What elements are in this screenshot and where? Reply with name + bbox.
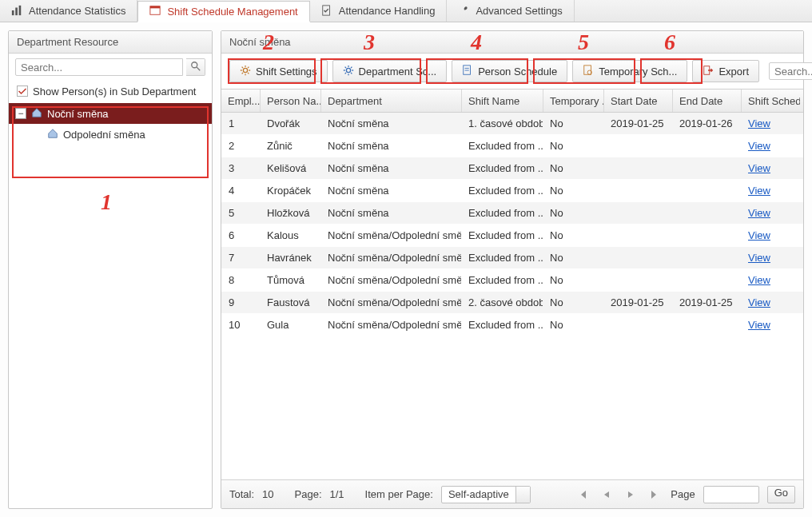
table-row[interactable]: 4KropáčekNoční směnaExcluded from ...NoV…	[221, 180, 803, 202]
cell-department: Noční směna	[320, 202, 461, 224]
shift-settings-button[interactable]: Shift Settings	[229, 60, 328, 82]
view-link[interactable]: View	[748, 274, 770, 286]
cell-end-date	[672, 314, 741, 336]
tab-label: Advanced Settings	[476, 5, 562, 17]
collapse-icon[interactable]: −	[15, 108, 26, 119]
cell-shift-name: Excluded from ...	[461, 225, 543, 246]
export-button[interactable]: Export	[692, 60, 759, 82]
view-link[interactable]: View	[748, 229, 770, 241]
schedule-search-input[interactable]	[769, 62, 812, 80]
col-person-name[interactable]: Person Na...	[260, 89, 320, 112]
cell-end-date	[672, 269, 741, 291]
page-number-input[interactable]	[703, 486, 759, 503]
col-start-date[interactable]: Start Date	[603, 89, 672, 112]
cell-view: View	[741, 202, 800, 224]
cell-department: Noční směna	[320, 135, 461, 157]
items-per-page-select[interactable]: Self-adaptive	[441, 486, 531, 503]
select-value: Self-adaptive	[442, 488, 515, 500]
grid-footer: Total: 10 Page: 1/1 Item per Page: Self-…	[221, 479, 803, 508]
tree-root-node[interactable]: − Noční směna	[9, 103, 212, 124]
next-page-button[interactable]	[623, 487, 639, 503]
view-link[interactable]: View	[748, 252, 770, 264]
table-row[interactable]: 5HložkováNoční směnaExcluded from ...NoV…	[221, 202, 803, 225]
cell-temporary: No	[543, 314, 603, 336]
col-temporary[interactable]: Temporary ...	[543, 89, 603, 112]
view-link[interactable]: View	[748, 185, 770, 197]
view-link[interactable]: View	[748, 319, 770, 331]
cell-employee: 3	[221, 157, 260, 179]
cell-person-name: Zůnič	[260, 135, 320, 157]
page-word: Page	[671, 488, 695, 500]
tab-attendance-statistics[interactable]: Attendance Statistics	[0, 0, 137, 22]
cell-end-date: 2019-01-26	[672, 113, 741, 134]
cell-employee: 10	[221, 314, 260, 336]
cell-employee: 4	[221, 180, 260, 201]
first-page-button[interactable]	[575, 487, 591, 503]
total-label: Total:	[229, 488, 254, 500]
view-link[interactable]: View	[748, 117, 770, 129]
table-row[interactable]: 7HavránekNoční směna/Odpolední směnaExcl…	[221, 247, 803, 269]
cell-employee: 6	[221, 225, 260, 246]
tab-attendance-handling[interactable]: Attendance Handling	[310, 0, 448, 22]
tree-child-label: Odpolední směna	[63, 129, 145, 141]
left-panel-title: Department Resource	[9, 31, 212, 54]
total-value: 10	[262, 488, 273, 500]
go-button[interactable]: Go	[767, 486, 795, 503]
show-sub-checkbox[interactable]	[17, 86, 28, 97]
btn-label: Person Schedule	[478, 66, 557, 78]
svg-line-7	[196, 66, 199, 70]
cell-start-date	[603, 247, 672, 268]
right-panel-title: Noční směna	[221, 31, 803, 54]
export-icon	[703, 65, 714, 78]
grid-body[interactable]: 1DvořákNoční směna1. časové obdobíNo2019…	[221, 113, 803, 479]
cell-view: View	[741, 269, 800, 291]
cell-employee: 1	[221, 113, 260, 134]
prev-page-button[interactable]	[599, 487, 615, 503]
table-row[interactable]: 8TůmováNoční směna/Odpolední směnaExclud…	[221, 269, 803, 292]
temporary-schedule-button[interactable]: Temporary Sch...	[572, 60, 687, 82]
table-row[interactable]: 9FaustováNoční směna/Odpolední směna2. č…	[221, 292, 803, 314]
tree-child-node[interactable]: Odpolední směna	[9, 124, 212, 145]
view-link[interactable]: View	[748, 296, 770, 308]
col-shift-name[interactable]: Shift Name	[461, 89, 543, 112]
department-resource-panel: Department Resource Show Person(s) in Su…	[8, 30, 213, 509]
table-row[interactable]: 3KelišováNoční směnaExcluded from ...NoV…	[221, 157, 803, 180]
svg-rect-2	[19, 5, 22, 14]
cell-temporary: No	[543, 135, 603, 157]
cell-department: Noční směna/Odpolední směna	[320, 292, 461, 313]
col-shift-schedule[interactable]: Shift Sched...	[741, 89, 800, 112]
col-end-date[interactable]: End Date	[672, 89, 741, 112]
cell-employee: 9	[221, 292, 260, 313]
cell-view: View	[741, 225, 800, 246]
grid-header: Empl... Person Na... Department Shift Na…	[221, 89, 803, 113]
view-link[interactable]: View	[748, 207, 770, 219]
cell-view: View	[741, 180, 800, 201]
col-department[interactable]: Department	[320, 89, 461, 112]
department-search-button[interactable]	[186, 58, 205, 76]
cell-department: Noční směna	[320, 157, 461, 179]
cell-view: View	[741, 157, 800, 179]
view-link[interactable]: View	[748, 162, 770, 174]
cell-department: Noční směna/Odpolední směna	[320, 314, 461, 336]
view-link[interactable]: View	[748, 140, 770, 152]
cell-department: Noční směna	[320, 180, 461, 201]
department-schedule-button[interactable]: Department Sc...	[332, 60, 448, 82]
table-row[interactable]: 2ZůničNoční směnaExcluded from ...NoView	[221, 135, 803, 157]
document-icon	[462, 65, 473, 78]
table-row[interactable]: 10GulaNoční směna/Odpolední směnaExclude…	[221, 314, 803, 336]
department-search-input[interactable]	[15, 58, 183, 76]
cell-department: Noční směna/Odpolední směna	[320, 225, 461, 246]
table-row[interactable]: 6KalousNoční směna/Odpolední směnaExclud…	[221, 225, 803, 247]
cell-temporary: No	[543, 180, 603, 201]
table-row[interactable]: 1DvořákNoční směna1. časové obdobíNo2019…	[221, 113, 803, 135]
person-schedule-button[interactable]: Person Schedule	[452, 60, 567, 82]
svg-point-8	[243, 68, 247, 72]
last-page-button[interactable]	[647, 487, 663, 503]
cell-person-name: Kalous	[260, 225, 320, 246]
cell-end-date	[672, 135, 741, 157]
tab-advanced-settings[interactable]: Advanced Settings	[447, 0, 574, 22]
gear-icon	[343, 65, 354, 78]
col-employee[interactable]: Empl...	[221, 89, 260, 112]
cell-temporary: No	[543, 269, 603, 291]
tab-shift-schedule[interactable]: Shift Schedule Management	[137, 1, 309, 22]
